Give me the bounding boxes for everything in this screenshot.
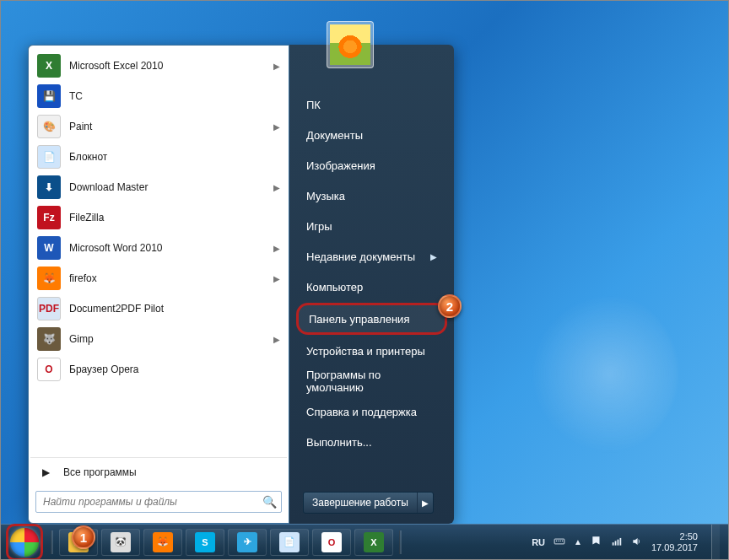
svg-rect-2 [558, 540, 559, 541]
svg-rect-6 [615, 541, 617, 545]
taskbar-item-opera[interactable]: O [312, 529, 351, 556]
desktop-background-swirl [509, 289, 678, 458]
program-item[interactable]: XMicrosoft Excel 2010▶ [32, 51, 285, 81]
right-menu-label: ПК [306, 99, 321, 111]
all-programs-label: Все программы [63, 466, 137, 478]
program-icon: 💾 [37, 84, 61, 108]
program-icon: 🦊 [37, 267, 61, 290]
program-label: FileZilla [69, 212, 280, 223]
flyout-arrow-icon: ▶ [430, 252, 437, 261]
right-menu-label: Устройства и принтеры [306, 345, 425, 358]
annotation-badge-2: 2 [438, 294, 462, 318]
flyout-arrow-icon: ▶ [273, 62, 280, 71]
right-menu-item[interactable]: Изображения [296, 151, 447, 180]
taskbar-item-panda[interactable]: 🐼 [101, 529, 140, 556]
flyout-arrow-icon: ▶ [273, 274, 280, 283]
right-menu-item[interactable]: Недавние документы▶ [296, 242, 447, 271]
program-label: Document2PDF Pilot [69, 303, 280, 315]
right-menu-label: Выполнить... [306, 436, 372, 449]
program-icon: ⬇ [37, 175, 61, 199]
start-menu-right-pane: ПКДокументыИзображенияМузыкаИгрыНедавние… [289, 45, 454, 524]
right-menu-item[interactable]: Документы [296, 121, 447, 149]
opera-icon: O [321, 532, 342, 552]
right-menu-label: Изображения [306, 159, 375, 172]
program-label: Microsoft Excel 2010 [69, 60, 265, 72]
flyout-arrow-icon: ▶ [273, 335, 280, 344]
clock-time: 2:50 [651, 531, 698, 542]
taskbar-clock[interactable]: 2:50 17.09.2017 [651, 531, 698, 553]
svg-rect-3 [560, 540, 561, 541]
network-icon[interactable] [611, 536, 623, 549]
svg-rect-4 [562, 540, 563, 541]
program-item[interactable]: 🐺Gimp▶ [32, 324, 285, 354]
keyboard-icon[interactable] [554, 536, 565, 549]
program-icon: 📄 [37, 145, 61, 169]
start-menu-left-pane: XMicrosoft Excel 2010▶💾ТС🎨Paint▶📄Блокнот… [28, 45, 289, 524]
taskbar-item-excel[interactable]: X [354, 529, 393, 556]
start-button[interactable] [4, 527, 45, 557]
firefox-icon: 🦊 [153, 532, 173, 552]
right-menu-label: Музыка [306, 190, 345, 202]
program-item[interactable]: OБраузер Opera [32, 354, 285, 385]
taskbar-item-firefox[interactable]: 🦊 [143, 529, 182, 556]
language-indicator[interactable]: RU [532, 537, 545, 547]
chevron-up-icon[interactable]: ▲ [574, 537, 582, 547]
right-menu-label: Программы по умолчанию [306, 369, 437, 394]
program-icon: X [37, 54, 61, 78]
right-menu-item[interactable]: Выполнить... [296, 428, 447, 456]
taskbar-divider [51, 530, 53, 554]
action-center-icon[interactable] [591, 536, 602, 549]
shutdown-label: Завершение работы [304, 493, 418, 513]
flyout-arrow-icon: ▶ [273, 183, 280, 192]
taskbar: 📁🐼🦊S✈📄OX RU ▲ 2:50 17.09.2017 [1, 524, 728, 559]
program-item[interactable]: 📄Блокнот [32, 142, 285, 172]
taskbar-item-notepad[interactable]: 📄 [270, 529, 309, 556]
svg-rect-7 [618, 539, 619, 545]
program-item[interactable]: FzFileZilla [32, 202, 285, 233]
search-icon[interactable]: 🔍 [257, 495, 281, 509]
right-menu-item[interactable]: Справка и поддержка [296, 397, 447, 426]
chevron-right-icon: ▶ [42, 466, 50, 478]
panda-icon: 🐼 [111, 532, 131, 552]
annotation-badge-1: 1 [72, 525, 95, 549]
taskbar-item-telegram[interactable]: ✈ [228, 529, 267, 556]
search-box[interactable]: 🔍 [35, 491, 282, 513]
right-menu-item[interactable]: Панель управления [296, 303, 447, 335]
system-tray: RU ▲ 2:50 17.09.2017 [532, 525, 723, 560]
program-label: firefox [69, 272, 265, 284]
program-item[interactable]: 💾ТС [32, 81, 285, 111]
right-menu-item[interactable]: Музыка [296, 181, 447, 210]
right-menu-label: Компьютер [306, 281, 363, 293]
program-item[interactable]: 🎨Paint▶ [32, 111, 285, 142]
telegram-icon: ✈ [237, 532, 257, 552]
taskbar-item-skype[interactable]: S [186, 529, 224, 556]
volume-icon[interactable] [631, 536, 643, 549]
shutdown-button[interactable]: Завершение работы ▶ [303, 492, 434, 514]
program-item[interactable]: 🦊firefox▶ [32, 263, 285, 293]
windows-orb-icon [10, 528, 39, 557]
flyout-arrow-icon: ▶ [273, 122, 280, 132]
program-label: Microsoft Word 2010 [69, 242, 265, 254]
program-item[interactable]: WMicrosoft Word 2010▶ [32, 233, 285, 263]
shutdown-options-caret[interactable]: ▶ [418, 493, 433, 513]
right-menu-item[interactable]: Программы по умолчанию [296, 367, 447, 396]
program-label: Download Master [69, 181, 265, 193]
program-label: Gimp [69, 333, 265, 345]
show-desktop-button[interactable] [711, 525, 720, 560]
program-label: ТС [69, 90, 280, 102]
user-avatar[interactable] [327, 21, 374, 68]
program-label: Блокнот [69, 151, 280, 163]
program-icon: Fz [37, 206, 61, 229]
right-menu-item[interactable]: Компьютер [296, 272, 447, 301]
right-menu-label: Недавние документы [306, 250, 415, 263]
program-icon: 🐺 [37, 327, 61, 351]
all-programs[interactable]: ▶ Все программы [30, 457, 287, 486]
right-menu-item[interactable]: ПК [296, 90, 447, 119]
program-item[interactable]: PDFDocument2PDF Pilot [32, 293, 285, 324]
right-menu-item[interactable]: Игры [296, 212, 447, 240]
program-item[interactable]: ⬇Download Master▶ [32, 172, 285, 202]
clock-date: 17.09.2017 [651, 542, 698, 553]
svg-rect-5 [613, 542, 614, 546]
right-menu-item[interactable]: Устройства и принтеры [296, 337, 447, 365]
search-input[interactable] [36, 492, 257, 512]
